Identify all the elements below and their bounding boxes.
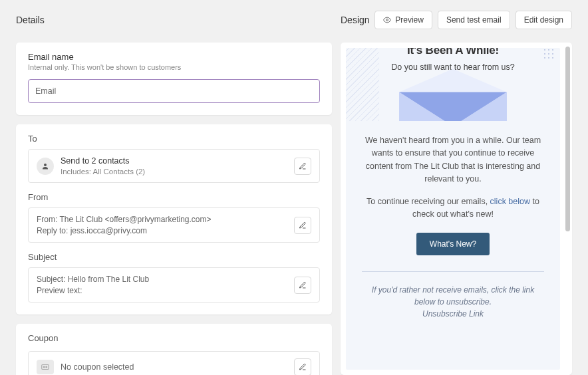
edit-subject-button[interactable] [294, 277, 311, 294]
to-line1: Send to 2 contacts [61, 156, 145, 166]
subject-line2: Preview text: [37, 286, 149, 295]
whats-new-button[interactable]: What's New? [416, 233, 490, 255]
coupon-icon [37, 360, 54, 374]
email-name-label: Email name [28, 52, 320, 62]
preview-button-label: Preview [395, 15, 424, 25]
subject-row: Subject: Hello from The Lit Club Preview… [28, 267, 320, 303]
unsubscribe-link[interactable]: Unsubscribe Link [362, 308, 544, 320]
svg-point-2 [43, 366, 45, 368]
preview-scrollbar[interactable] [565, 47, 570, 371]
edit-design-button[interactable]: Edit design [515, 11, 572, 29]
edit-to-button[interactable] [294, 158, 311, 175]
send-test-label: Send test email [446, 15, 502, 25]
coupon-card: Coupon No coupon selected [16, 324, 332, 375]
email-name-helper: Internal only. This won't be shown to cu… [28, 63, 320, 71]
email-footer-p1: If you'd rather not receive emails, clic… [362, 284, 544, 308]
email-name-input[interactable] [28, 79, 320, 103]
email-name-card: Email name Internal only. This won't be … [16, 43, 332, 115]
email-headline: It's Been A While! [346, 48, 560, 57]
edit-coupon-button[interactable] [294, 358, 311, 375]
subject-line1: Subject: Hello from The Lit Club [37, 275, 149, 284]
subject-label: Subject [28, 252, 320, 262]
to-line2: Includes: All Contacts (2) [61, 168, 145, 176]
to-label: To [28, 134, 320, 144]
edit-design-label: Edit design [524, 15, 563, 25]
design-title: Design [341, 15, 370, 25]
envelope-icon [386, 65, 519, 121]
coupon-line1: No coupon selected [61, 362, 134, 372]
details-title: Details [16, 15, 45, 25]
send-test-button[interactable]: Send test email [438, 11, 510, 29]
edit-from-button[interactable] [294, 217, 311, 234]
eye-icon [383, 16, 391, 24]
from-row: From: The Lit Club <offers@privymarketin… [28, 207, 320, 243]
from-line2: Reply to: jess.iocca@privy.com [37, 226, 212, 235]
svg-rect-1 [42, 365, 49, 370]
svg-point-3 [46, 366, 47, 368]
email-body-p2: To continue receiving our emails, click … [362, 195, 544, 221]
from-line1: From: The Lit Club <offers@privymarketin… [37, 215, 212, 224]
email-body-p1: We haven't heard from you in a while. Ou… [362, 134, 544, 186]
email-preview-panel: It's Been A While! Do you still want to … [341, 43, 572, 375]
coupon-label: Coupon [28, 333, 320, 343]
svg-marker-6 [399, 69, 507, 92]
contacts-icon [37, 158, 54, 175]
coupon-row: No coupon selected [28, 351, 320, 375]
to-row: Send to 2 contacts Includes: All Contact… [28, 149, 320, 183]
from-label: From [28, 192, 320, 202]
preview-button[interactable]: Preview [374, 11, 432, 29]
divider [362, 271, 544, 272]
svg-point-0 [44, 164, 47, 166]
recipients-card: To Send to 2 contacts Includes: All Cont… [16, 124, 332, 314]
decorative-lines [346, 48, 379, 121]
svg-point-4 [386, 19, 388, 21]
